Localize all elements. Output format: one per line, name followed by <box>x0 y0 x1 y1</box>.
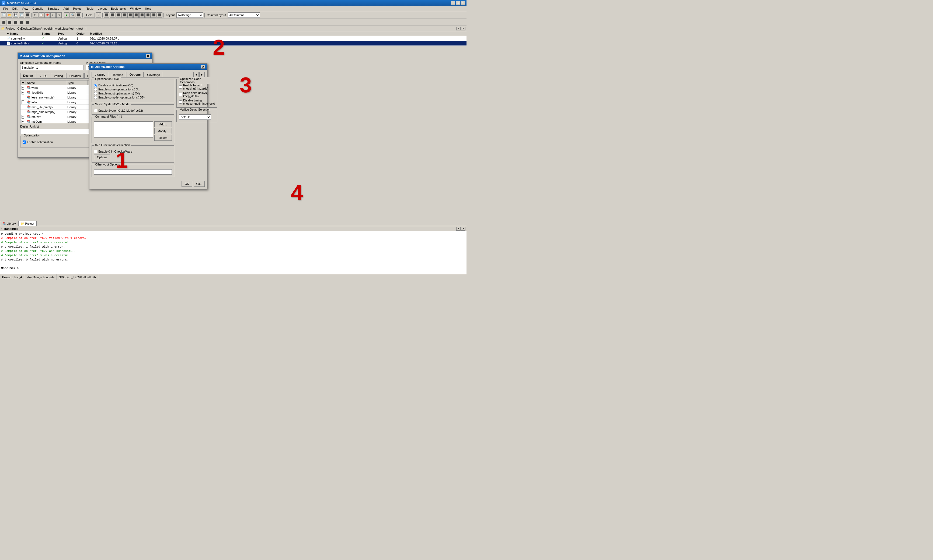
status-project: Project : test_4 <box>0 274 24 280</box>
sim-btn9[interactable]: ⬛ <box>151 12 156 18</box>
opt-tab-options[interactable]: Options <box>126 72 144 77</box>
systemc-checkbox[interactable] <box>94 109 97 112</box>
opt-level-radio-2-input[interactable] <box>94 92 97 95</box>
config-name-input[interactable] <box>20 65 84 70</box>
menu-file[interactable]: File <box>1 6 10 11</box>
sim-btn1[interactable]: ⬛ <box>104 12 109 18</box>
opt-tab-visibility[interactable]: Visibility <box>92 72 108 77</box>
opt-level-radio-3-input[interactable] <box>94 96 97 99</box>
opt-tab-arrow-left[interactable]: ◄ <box>193 72 199 77</box>
verification-group: 0-In Functional Verification Enable 0-In… <box>92 145 174 163</box>
opt-main-content: Optimization Level Disable optimizations… <box>92 79 205 179</box>
maximize-button[interactable]: □ <box>456 1 460 5</box>
sim-btn3[interactable]: ⬛ <box>116 12 121 18</box>
checkerware-checkbox[interactable] <box>94 150 97 153</box>
opt-tab-coverage[interactable]: Coverage <box>144 72 163 77</box>
undo-btn[interactable]: ↩ <box>50 12 56 18</box>
command-modify-btn[interactable]: Modify... <box>154 128 172 134</box>
toolbar-main: 📄 📂 💾 🔄 ⬛ ✂ 📋 📌 ↩ ↪ ▶ 🔍 ⬛ Help ? ⬛ ⬛ ⬛ ⬛… <box>0 11 467 19</box>
file-row-counter8tb[interactable]: 📄 counter8_tb.v ✓ Verilog 0 09/14/2020 0… <box>0 41 467 46</box>
command-delete-btn[interactable]: Delete <box>154 135 172 141</box>
sim-btn5[interactable]: ⬛ <box>127 12 133 18</box>
sim-btn8[interactable]: ⬛ <box>145 12 151 18</box>
menu-tools[interactable]: Tools <box>84 6 96 11</box>
run-btn[interactable]: ▶ <box>64 12 69 18</box>
minimize-button[interactable]: ─ <box>451 1 455 5</box>
sim-btn6[interactable]: ⬛ <box>133 12 139 18</box>
menu-layout[interactable]: Layout <box>96 6 109 11</box>
add-sim-close[interactable]: ✕ <box>146 54 150 58</box>
menu-project[interactable]: Project <box>71 6 84 11</box>
transcript-plus[interactable]: + <box>456 227 461 231</box>
opt-level-radio-1-input[interactable] <box>94 88 97 91</box>
find-btn[interactable]: ⬛ <box>76 12 81 18</box>
file-row-counter8[interactable]: 📄 counter8.v ✓ Verilog 1 09/14/2020 09:2… <box>0 36 467 41</box>
sim-tab-vhdl[interactable]: VHDL <box>37 73 50 78</box>
tb-btn5[interactable]: ⬛ <box>25 12 30 18</box>
code-gen-checkboxes: Enable hazard checking(-hazards) Keep de… <box>179 84 215 105</box>
opt-dialog-close[interactable]: ✕ <box>201 65 205 69</box>
verilog-delay-group: Verilog Delay Selection default <box>176 110 217 122</box>
tb2-btn2[interactable]: ⬛ <box>7 20 12 25</box>
tab-project[interactable]: 📁Project <box>19 221 37 226</box>
paste-btn[interactable]: 📌 <box>45 12 50 18</box>
menu-compile[interactable]: Compile <box>30 6 45 11</box>
copy-btn[interactable]: 📋 <box>39 12 44 18</box>
delta-checkbox[interactable] <box>179 93 182 96</box>
verilog-delay-select[interactable]: default <box>179 114 211 120</box>
menu-add[interactable]: Add <box>62 6 71 11</box>
options-btn[interactable]: Options <box>94 154 110 160</box>
systemc-row: Enable SystemC-2.2 Mode(-sc22) <box>94 109 172 112</box>
tb2-btn3[interactable]: ⬛ <box>13 20 19 25</box>
opt-cancel-btn[interactable]: Ca... <box>194 181 205 187</box>
tab-library[interactable]: 📚Library <box>0 221 19 226</box>
menu-help[interactable]: Help <box>143 6 153 11</box>
menu-edit[interactable]: Edit <box>10 6 20 11</box>
project-panel-minimize[interactable]: + <box>456 27 461 31</box>
hazard-checkbox[interactable] <box>179 85 182 89</box>
sim-tab-design[interactable]: Design <box>20 73 36 78</box>
enable-opt-checkbox[interactable] <box>23 140 26 144</box>
sim-btn2[interactable]: ⬛ <box>109 12 115 18</box>
verification-group-title: 0-In Functional Verification <box>94 143 131 147</box>
file-modified-counter8: 09/14/2020 09:28:07 ... <box>89 37 467 40</box>
sim-btn10[interactable]: ⬛ <box>157 12 162 18</box>
help-icon-btn[interactable]: ? <box>96 12 101 18</box>
file-status-counter8tb: ✓ <box>40 42 57 45</box>
redo-btn[interactable]: ↪ <box>56 12 62 18</box>
open-btn[interactable]: 📂 <box>7 12 12 18</box>
new-btn[interactable]: 📄 <box>1 12 6 18</box>
opt-right-col: Optimized Code Generation Enable hazard … <box>176 79 217 179</box>
sim-btn7[interactable]: ⬛ <box>139 12 145 18</box>
layout-select[interactable]: NoDesign <box>176 12 204 18</box>
project-panel-close[interactable]: ✕ <box>461 27 466 31</box>
column-layout-select[interactable]: AllColumns <box>228 12 260 18</box>
sim-tab-libraries[interactable]: Libraries <box>66 73 84 78</box>
verification-content: Enable 0-In CheckerWare Options <box>94 150 172 160</box>
opt-ok-btn[interactable]: OK <box>182 181 192 187</box>
opt-tab-libraries[interactable]: Libraries <box>109 72 126 77</box>
save-btn[interactable]: 💾 <box>13 12 19 18</box>
opt-dialog-content: Visibility Libraries Options Coverage ◄ … <box>89 70 207 189</box>
opt-tab-arrow-right[interactable]: ► <box>199 72 205 77</box>
opt-level-radio-0-input[interactable] <box>94 84 97 87</box>
tb2-btn1[interactable]: ⬛ <box>1 20 6 25</box>
help-button[interactable]: Help <box>84 13 95 17</box>
tb2-btn4[interactable]: ⬛ <box>19 20 24 25</box>
close-button[interactable]: ✕ <box>461 1 465 5</box>
search-btn[interactable]: 🔍 <box>70 12 76 18</box>
sim-tab-verilog[interactable]: Verilog <box>51 73 66 78</box>
menu-window[interactable]: Window <box>128 6 143 11</box>
transcript-close[interactable]: ✕ <box>461 227 466 231</box>
menu-simulate[interactable]: Simulate <box>46 6 62 11</box>
other-vopt-input[interactable] <box>94 169 172 175</box>
command-files-textarea[interactable] <box>94 122 153 137</box>
refresh-btn[interactable]: 🔄 <box>19 12 24 18</box>
cut-btn[interactable]: ✂ <box>32 12 38 18</box>
tb2-btn5[interactable]: ⬛ <box>25 20 30 25</box>
command-add-btn[interactable]: Add... <box>154 122 172 127</box>
menu-view[interactable]: View <box>20 6 31 11</box>
timing-checkbox[interactable] <box>179 100 182 104</box>
menu-bookmarks[interactable]: Bookmarks <box>109 6 128 11</box>
sim-btn4[interactable]: ⬛ <box>122 12 127 18</box>
